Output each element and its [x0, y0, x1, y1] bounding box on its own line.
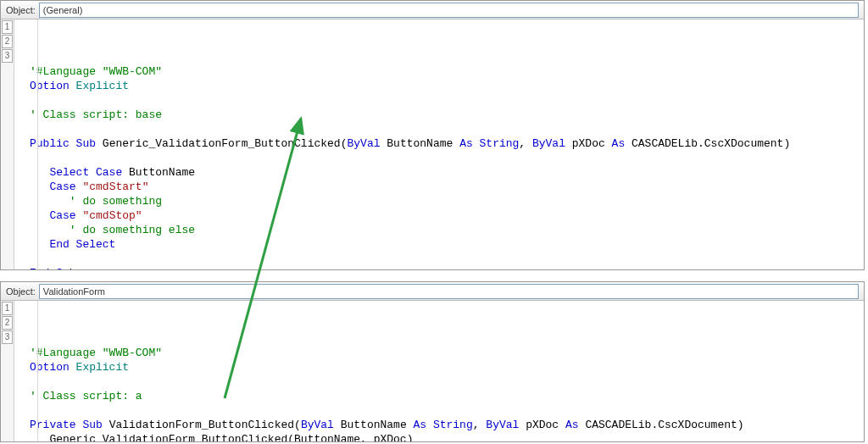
object-select[interactable]: (General) — [39, 3, 859, 18]
gutter-line: 1 — [2, 302, 13, 315]
code-area[interactable]: '#Language "WWB-COM"Option Explicit' Cla… — [14, 19, 864, 269]
header-bar: Object: ValidationForm — [1, 282, 864, 301]
object-label: Object: — [6, 286, 36, 297]
code-line: Public Sub Generic_ValidationForm_Button… — [14, 136, 864, 151]
code-line: Generic_ValidationForm_ButtonClicked(But… — [14, 432, 864, 441]
code-line — [14, 151, 864, 165]
code-panel-top: Object: (General) 123 '#Language "WWB-CO… — [0, 0, 865, 270]
code-line: Case "cmdStart" — [14, 180, 864, 194]
code-line: Option Explicit — [14, 79, 864, 93]
gutter-line: 1 — [2, 20, 13, 34]
code-line: '#Language "WWB-COM" — [14, 346, 864, 360]
code-line — [14, 375, 864, 389]
indent-guide — [37, 301, 38, 441]
code-line: ' do something else — [14, 223, 864, 237]
header-bar: Object: (General) — [1, 1, 864, 19]
code-line: Case "cmdStop" — [14, 208, 864, 223]
gutter-line: 2 — [2, 35, 13, 48]
code-line: '#Language "WWB-COM" — [14, 64, 864, 79]
gutter: 123 — [1, 19, 14, 269]
code-line: Select Case ButtonName — [14, 165, 864, 180]
code-line — [14, 93, 864, 108]
code-line: End Sub — [14, 266, 864, 269]
code-panel-bottom: Object: ValidationForm 123 '#Language "W… — [0, 281, 865, 442]
code-line: ' do something — [14, 194, 864, 208]
object-value: ValidationForm — [43, 286, 105, 297]
code-line — [14, 403, 864, 418]
code-line — [14, 122, 864, 136]
code-line: Private Sub ValidationForm_ButtonClicked… — [14, 418, 864, 432]
editor-body: 123 '#Language "WWB-COM"Option Explicit'… — [1, 301, 864, 441]
editor-body: 123 '#Language "WWB-COM"Option Explicit'… — [1, 19, 864, 269]
gutter: 123 — [1, 301, 14, 441]
object-select[interactable]: ValidationForm — [39, 284, 859, 299]
code-line: ' Class script: base — [14, 108, 864, 122]
code-line: End Select — [14, 237, 864, 252]
gutter-line: 3 — [2, 49, 13, 63]
code-line: ' Class script: a — [14, 389, 864, 403]
indent-guide — [37, 19, 38, 269]
gutter-line: 3 — [2, 330, 13, 344]
code-area[interactable]: '#Language "WWB-COM"Option Explicit' Cla… — [14, 301, 864, 441]
object-label: Object: — [6, 5, 36, 15]
code-line — [14, 252, 864, 266]
gutter-line: 2 — [2, 316, 13, 330]
object-value: (General) — [43, 5, 82, 15]
code-line: Option Explicit — [14, 360, 864, 375]
